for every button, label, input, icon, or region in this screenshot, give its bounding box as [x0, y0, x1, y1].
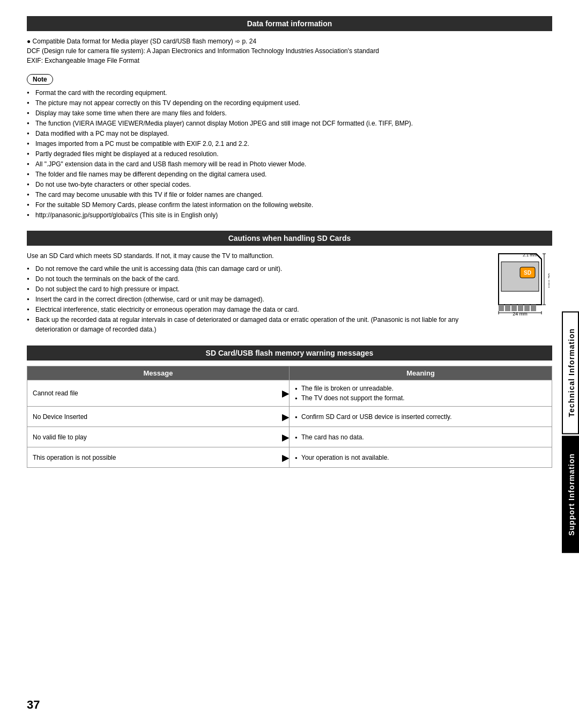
page-container: Data format information ● Compatible Dat…	[27, 0, 552, 500]
note-item: Images imported from a PC must be compat…	[27, 139, 552, 149]
svg-text:32 mm: 32 mm	[547, 273, 550, 288]
note-item: The folder and file names may be differe…	[27, 170, 552, 179]
sd-card-svg: SD 24 mm	[491, 251, 550, 315]
note-item: For the suitable SD Memory Cards, please…	[27, 200, 552, 210]
message-no-device: No Device Inserted	[27, 407, 290, 427]
meaning-cannot-read: ▶ The file is broken or unreadable. The …	[290, 380, 552, 407]
tab-technical-information[interactable]: Technical Information	[562, 311, 579, 434]
intro-line-1: ● Compatible Data format for Media playe…	[27, 36, 552, 46]
note-item: The picture may not appear correctly on …	[27, 98, 552, 108]
warning-row-3: No valid file to play ▶ The card has no …	[27, 427, 552, 447]
cautions-image: SD 24 mm	[488, 251, 552, 335]
caution-item: Do not touch the terminals on the back o…	[27, 274, 477, 284]
svg-rect-4	[499, 305, 504, 311]
meaning-item: The file is broken or unreadable.	[295, 384, 394, 393]
message-not-possible: This operation is not possible	[27, 447, 290, 468]
cautions-body: Use an SD Card which meets SD standards.…	[27, 251, 552, 335]
note-item: The function (VIERA IMAGE VIEWER/Media p…	[27, 119, 552, 128]
data-format-section: Data format information ● Compatible Dat…	[27, 16, 552, 220]
svg-rect-6	[511, 305, 517, 311]
intro-line-2: DCF (Design rule for camera file system)…	[27, 46, 552, 56]
caution-item: Electrical interference, static electric…	[27, 305, 477, 314]
cautions-section: Cautions when handling SD Cards Use an S…	[27, 231, 552, 335]
cautions-intro: Use an SD Card which meets SD standards.…	[27, 251, 477, 261]
meaning-no-device: ▶ Confirm SD Card or USB device is inser…	[290, 407, 552, 427]
notes-list: Format the card with the recording equip…	[27, 88, 552, 220]
svg-text:SD: SD	[524, 270, 531, 276]
note-item: Partly degraded files might be displayed…	[27, 149, 552, 159]
arrow-icon-2: ▶	[282, 411, 288, 422]
meaning-item: Confirm SD Card or USB device is inserte…	[295, 412, 452, 422]
note-item: Data modified with a PC may not be displ…	[27, 129, 552, 138]
note-item: Do not use two-byte characters or other …	[27, 180, 552, 189]
right-tabs: Technical Information Support Informatio…	[562, 311, 579, 553]
sd-card-diagram: SD 24 mm	[491, 251, 550, 310]
caution-item: Do not remove the card while the unit is…	[27, 264, 477, 274]
svg-rect-7	[518, 305, 523, 311]
data-format-header: Data format information	[27, 16, 552, 31]
caution-item: Back up the recorded data at regular int…	[27, 315, 477, 334]
warning-row-4: This operation is not possible ▶ Your op…	[27, 447, 552, 468]
warning-header: SD Card/USB flash memory warning message…	[27, 345, 552, 361]
warning-table-header: Message Meaning	[27, 366, 552, 380]
col-meaning-header: Meaning	[290, 366, 552, 380]
svg-text:2.1 mm: 2.1 mm	[523, 253, 537, 258]
note-item: Format the card with the recording equip…	[27, 88, 552, 98]
svg-rect-8	[524, 305, 530, 311]
message-no-valid-file: No valid file to play	[27, 427, 290, 447]
warning-row-1: Cannot read file ▶ The file is broken or…	[27, 380, 552, 407]
warning-row-2: No Device Inserted ▶ Confirm SD Card or …	[27, 407, 552, 427]
data-format-intro: ● Compatible Data format for Media playe…	[27, 36, 552, 65]
cautions-list: Do not remove the card while the unit is…	[27, 264, 477, 334]
tab-support-information[interactable]: Support Information	[562, 436, 579, 553]
meaning-item: The card has no data.	[295, 432, 364, 442]
message-cannot-read: Cannot read file	[27, 380, 290, 407]
warning-section: SD Card/USB flash memory warning message…	[27, 345, 552, 468]
meaning-no-valid-file: ▶ The card has no data.	[290, 427, 552, 447]
svg-rect-9	[531, 305, 536, 311]
svg-text:24 mm: 24 mm	[513, 311, 528, 315]
meaning-item: The TV does not support the format.	[295, 393, 405, 403]
note-item: http://panasonic.jp/support/global/cs (T…	[27, 210, 552, 220]
intro-line-3: EXIF: Exchangeable Image File Format	[27, 56, 552, 65]
caution-item: Do not subject the card to high pressure…	[27, 284, 477, 294]
caution-item: Insert the card in the correct direction…	[27, 295, 477, 304]
page-number: 37	[27, 698, 40, 712]
meaning-not-possible: ▶ Your operation is not available.	[290, 447, 552, 468]
arrow-icon-3: ▶	[282, 432, 288, 442]
arrow-icon-4: ▶	[282, 452, 288, 462]
cautions-text: Use an SD Card which meets SD standards.…	[27, 251, 477, 335]
svg-rect-5	[505, 305, 510, 311]
meaning-item: Your operation is not available.	[295, 453, 389, 462]
cautions-header: Cautions when handling SD Cards	[27, 231, 552, 246]
col-message-header: Message	[27, 366, 290, 380]
note-box: Note	[27, 74, 53, 85]
arrow-icon-1: ▶	[282, 388, 288, 399]
note-item: The card may become unusable with this T…	[27, 190, 552, 200]
note-item: All ".JPG" extension data in the card an…	[27, 159, 552, 169]
note-item: Display may take some time when there ar…	[27, 108, 552, 118]
